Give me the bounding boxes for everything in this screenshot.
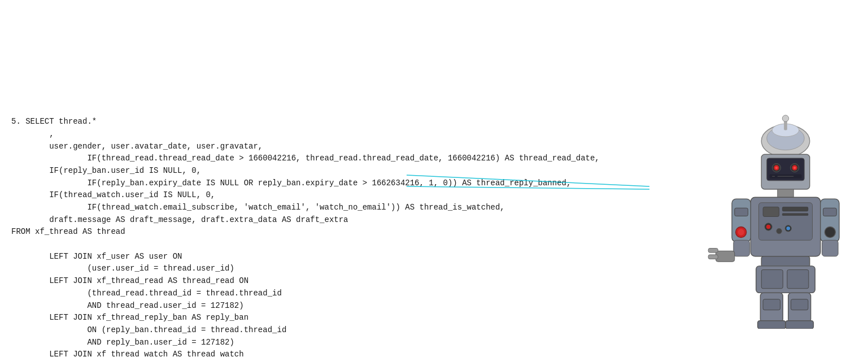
sql-code: 5. SELECT thread.* , user.gender, user.a… — [11, 116, 857, 357]
code-line-0: 5. SELECT thread.* — [11, 116, 857, 128]
code-line-19: LEFT JOIN xf_thread_watch AS thread_watc… — [11, 349, 857, 357]
code-line-5: IF(reply_ban.expiry_date IS NULL OR repl… — [11, 177, 857, 190]
code-line-11: LEFT JOIN xf_user AS user ON — [11, 251, 857, 263]
code-line-8: draft.message AS draft_message, draft.ex… — [11, 214, 857, 227]
code-line-17: ON (reply_ban.thread_id = thread.thread_… — [11, 324, 857, 337]
code-line-13: LEFT JOIN xf_thread_read AS thread_read … — [11, 275, 857, 288]
code-line-18: AND reply_ban.user_id = 127182) — [11, 337, 857, 349]
code-line-7: IF(thread_watch.email_subscribe, 'watch_… — [11, 202, 857, 214]
code-line-16: LEFT JOIN xf_thread_reply_ban AS reply_b… — [11, 312, 857, 324]
code-line-14: (thread_read.thread_id = thread.thread_i… — [11, 288, 857, 300]
code-line-6: IF(thread_watch.user_id IS NULL, 0, — [11, 189, 857, 202]
code-line-12: (user.user_id = thread.user_id) — [11, 263, 857, 275]
code-line-15: AND thread_read.user_id = 127182) — [11, 300, 857, 312]
code-block: 5. SELECT thread.* , user.gender, user.a… — [0, 0, 868, 357]
code-line-10 — [11, 238, 857, 251]
code-line-1: , — [11, 128, 857, 141]
code-line-9: FROM xf_thread AS thread — [11, 226, 857, 238]
code-line-3: IF(thread_read.thread_read_date > 166004… — [11, 153, 857, 165]
code-line-2: user.gender, user.avatar_date, user.grav… — [11, 141, 857, 153]
code-line-4: IF(reply_ban.user_id IS NULL, 0, — [11, 165, 857, 177]
